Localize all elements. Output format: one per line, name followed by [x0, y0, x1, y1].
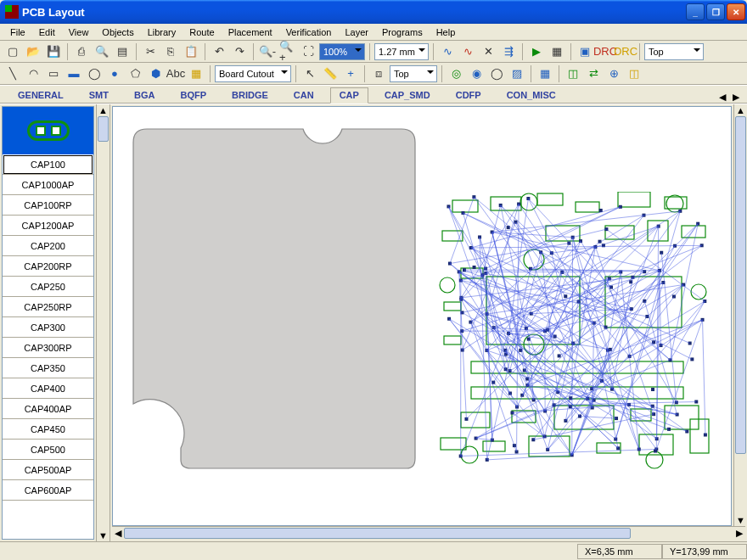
canvas-hscroll[interactable]: ◀ ▶ — [112, 526, 745, 540]
run-icon[interactable]: ▶ — [527, 42, 546, 61]
vscroll-down-icon[interactable]: ▼ — [734, 514, 747, 526]
tab-bridge[interactable]: BRIDGE — [222, 87, 278, 103]
grid-combo[interactable]: 1.27 mm — [374, 43, 429, 60]
route-x-icon[interactable]: ✕ — [479, 42, 497, 61]
route-rm-icon[interactable]: ∿ — [458, 42, 477, 61]
menu-file[interactable]: File — [3, 25, 32, 39]
zoom-out-icon[interactable]: 🔍- — [258, 42, 277, 61]
component-item[interactable]: CAP1200AP — [3, 216, 93, 236]
component-item[interactable]: CAP200RP — [3, 256, 93, 277]
pad-icon[interactable]: ◎ — [447, 64, 465, 83]
erc-icon[interactable]: DRC — [616, 42, 635, 61]
close-button[interactable]: ✕ — [727, 3, 745, 20]
back-icon[interactable]: ◫ — [625, 64, 643, 83]
3d-icon[interactable]: ◫ — [564, 64, 582, 83]
net-icon[interactable]: ⊕ — [604, 64, 623, 83]
layer-combo[interactable]: Top — [644, 43, 704, 60]
tab-scroll-left-icon[interactable]: ◀ — [716, 91, 728, 103]
origin-icon[interactable]: + — [341, 64, 360, 83]
component-item[interactable]: CAP100 — [3, 154, 93, 175]
vscroll-thumb[interactable] — [735, 116, 746, 454]
menu-edit[interactable]: Edit — [32, 25, 62, 39]
scroll-down-icon[interactable]: ▼ — [97, 529, 110, 541]
component-item[interactable]: CAP250RP — [3, 297, 93, 317]
titleblock-icon[interactable]: ▤ — [113, 42, 132, 61]
tab-cdfp[interactable]: CDFP — [447, 87, 491, 103]
menu-objects[interactable]: Objects — [95, 25, 140, 39]
route-manual-icon[interactable]: ∿ — [438, 42, 457, 61]
sidebar-scrollbar[interactable]: ▲ ▼ — [96, 104, 110, 541]
save-icon[interactable]: 💾 — [44, 42, 63, 61]
undo-icon[interactable]: ↶ — [210, 42, 228, 61]
ellipse-fill-icon[interactable]: ● — [105, 64, 124, 83]
hscroll-left-icon[interactable]: ◀ — [112, 527, 124, 540]
zoom-window-icon[interactable]: ⛶ — [299, 42, 317, 61]
tab-smt[interactable]: SMT — [80, 87, 118, 103]
component-icon[interactable]: ⧈ — [369, 64, 388, 83]
menu-view[interactable]: View — [62, 25, 96, 39]
line-icon[interactable]: ╲ — [3, 64, 22, 83]
component-item[interactable]: CAP100RP — [3, 195, 93, 216]
tab-cap[interactable]: CAP — [330, 87, 368, 104]
component-item[interactable]: CAP400 — [3, 378, 93, 399]
new-icon[interactable]: ▢ — [3, 42, 22, 61]
component-item[interactable]: CAP300RP — [3, 338, 93, 358]
component-item[interactable]: CAP500AP — [3, 460, 93, 480]
drc-icon[interactable]: DRC — [596, 42, 615, 61]
tab-general[interactable]: GENERAL — [8, 87, 73, 103]
table-icon[interactable]: ▦ — [536, 64, 554, 83]
layers-icon[interactable]: ▣ — [576, 42, 594, 61]
stop-icon[interactable]: ▦ — [548, 42, 566, 61]
layer2-combo[interactable]: Top — [390, 65, 437, 82]
tab-can[interactable]: CAN — [284, 87, 323, 103]
minimize-button[interactable]: _ — [686, 3, 705, 20]
menu-placement[interactable]: Placement — [222, 25, 279, 39]
measure-icon[interactable]: 📏 — [321, 64, 340, 83]
menu-verification[interactable]: Verification — [279, 25, 339, 39]
via-icon[interactable]: ◉ — [467, 64, 486, 83]
menu-route[interactable]: Route — [183, 25, 221, 39]
component-item[interactable]: CAP600AP — [3, 480, 93, 501]
component-item[interactable]: CAP300 — [3, 317, 93, 338]
hole-icon[interactable]: ◯ — [487, 64, 506, 83]
text-icon[interactable]: Abc — [166, 64, 185, 83]
object-layer-combo[interactable]: Board Cutout — [215, 65, 291, 82]
maximize-button[interactable]: ❐ — [706, 3, 725, 20]
zoom-combo[interactable]: 100% — [319, 43, 365, 60]
design-canvas[interactable] — [112, 106, 732, 526]
arc-icon[interactable]: ◠ — [24, 64, 42, 83]
cut-icon[interactable]: ✂ — [141, 42, 160, 61]
tab-scroll-right-icon[interactable]: ▶ — [730, 91, 742, 103]
tab-con-misc[interactable]: CON_MISC — [497, 87, 565, 103]
canvas-vscroll[interactable]: ▲ ▼ — [733, 104, 747, 526]
copy-icon[interactable]: ⎘ — [161, 42, 180, 61]
menu-help[interactable]: Help — [430, 25, 463, 39]
rect-fill-icon[interactable]: ▬ — [65, 64, 83, 83]
vscroll-up-icon[interactable]: ▲ — [734, 104, 747, 116]
scroll-up-icon[interactable]: ▲ — [97, 104, 110, 116]
component-item[interactable]: CAP200 — [3, 236, 93, 256]
paste-icon[interactable]: 📋 — [182, 42, 200, 61]
rect-icon[interactable]: ▭ — [44, 64, 63, 83]
hscroll-thumb[interactable] — [124, 528, 631, 539]
image-icon[interactable]: ▦ — [187, 64, 205, 83]
redo-icon[interactable]: ↷ — [230, 42, 249, 61]
tab-cap-smd[interactable]: CAP_SMD — [375, 87, 440, 103]
component-item[interactable]: CAP1000AP — [3, 175, 93, 195]
tab-bga[interactable]: BGA — [125, 87, 164, 103]
tab-bqfp[interactable]: BQFP — [171, 87, 216, 103]
menu-library[interactable]: Library — [141, 25, 183, 39]
component-item[interactable]: CAP450 — [3, 419, 93, 440]
print-icon[interactable]: ⎙ — [72, 42, 91, 61]
component-item[interactable]: CAP350 — [3, 358, 93, 378]
component-item[interactable]: CAP500 — [3, 440, 93, 460]
preview-icon[interactable]: 🔍 — [93, 42, 111, 61]
scroll-thumb[interactable] — [98, 116, 109, 142]
zoom-in-icon[interactable]: 🔍+ — [278, 42, 297, 61]
menu-programs[interactable]: Programs — [375, 25, 430, 39]
component-item[interactable]: CAP400AP — [3, 399, 93, 419]
pointer-icon[interactable]: ↖ — [300, 64, 319, 83]
copper-icon[interactable]: ▨ — [508, 64, 526, 83]
ellipse-icon[interactable]: ◯ — [85, 64, 104, 83]
hscroll-right-icon[interactable]: ▶ — [733, 527, 745, 540]
